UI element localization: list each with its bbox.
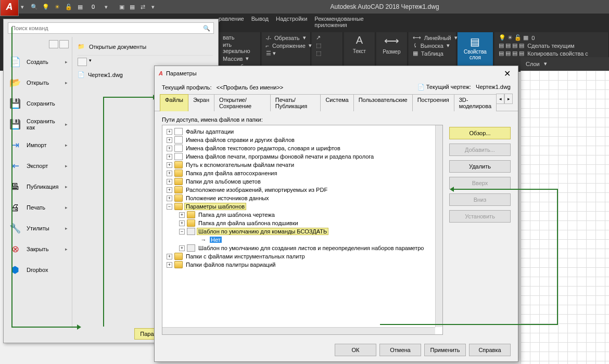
search-icon[interactable]: 🔍 [30, 3, 39, 11]
tree-node[interactable]: +Папки с файлами инструментальных палитр [163, 252, 441, 261]
tab-drafting[interactable]: Построения [412, 94, 454, 111]
tab-scroll-right-icon[interactable]: ▸ [504, 94, 513, 104]
text-label[interactable]: Текст [348, 47, 371, 54]
tab-files[interactable]: Файлы [160, 94, 188, 111]
annotation-line [103, 97, 154, 98]
copy-btn[interactable]: вать [223, 34, 234, 41]
tree-node-none[interactable]: →Нет [163, 236, 441, 244]
command-search[interactable]: 🔍 [8, 22, 214, 34]
tab-system[interactable]: Система [320, 94, 353, 111]
apply-button[interactable]: Применить [424, 344, 466, 356]
chevron-down-icon[interactable]: ▾ [102, 3, 110, 11]
trim-btn[interactable]: Обрезать [274, 35, 300, 41]
drawing-grid[interactable] [521, 71, 609, 364]
title-bar: A ▾ 🔍 💡 ☀ 🔓 ▦ 0 ▾ ▣ ▦ ⇄ ▾ Autodesk AutoC… [0, 0, 609, 14]
delete-button[interactable]: Удалить [449, 160, 511, 173]
appmenu-item-saveas[interactable]: 💾Сохранить как▸ [4, 114, 72, 135]
appmenu-item-utilities[interactable]: 🔧Утилиты▸ [4, 218, 72, 239]
ribbon-tab[interactable]: Рекомендованные приложения [314, 16, 390, 28]
layers-sub-label[interactable]: Слои [526, 61, 540, 67]
recent-large-icon[interactable] [59, 40, 69, 48]
tab-print[interactable]: Печать/Публикация [270, 94, 321, 111]
tab-display[interactable]: Экран [188, 94, 214, 111]
appmenu-item-save[interactable]: 💾Сохранить [4, 93, 72, 114]
search-icon[interactable]: 🔍 [203, 25, 210, 32]
tree-node[interactable]: +Путь к вспомогательным файлам печати [163, 161, 441, 169]
annotation-line [454, 189, 558, 190]
array-btn[interactable]: Массив [223, 56, 243, 62]
print-icon[interactable]: ▦ [76, 3, 84, 11]
tree-node[interactable]: +Папка для файла автосохранения [163, 169, 441, 177]
command-search-input[interactable] [11, 25, 203, 31]
lock-icon[interactable]: 🔓 [65, 3, 73, 11]
bulb-icon[interactable]: 💡 [42, 3, 50, 11]
paths-tree[interactable]: +Файлы адаптации +Имена файлов справки и… [162, 125, 443, 335]
qat-zero[interactable]: 0 [87, 4, 99, 10]
copy-props-btn[interactable]: Копировать свойства с [527, 50, 588, 57]
leader-btn[interactable]: Выноска [421, 43, 443, 49]
qat-dropdown-icon[interactable]: ▾ [149, 3, 157, 11]
mirror-btn[interactable]: ить зеркально [223, 42, 256, 54]
annotation-line [557, 189, 558, 324]
close-icon[interactable]: ✕ [501, 69, 514, 79]
share-icon[interactable]: ⇄ [138, 3, 147, 11]
make-current-btn[interactable]: Сделать текущим [527, 43, 574, 49]
appmenu-item-publish[interactable]: 🖶Публикация▸ [4, 176, 72, 197]
ok-button[interactable]: ОК [335, 344, 376, 356]
tree-node[interactable]: +Положение источников данных [163, 194, 441, 202]
scrollbar-horizontal[interactable] [162, 327, 435, 334]
mi-label: Печать [27, 204, 61, 211]
mi-label: Публикация [27, 184, 61, 190]
linear-btn[interactable]: Линейный [424, 35, 451, 41]
dwg-icon: 📄 [417, 84, 425, 90]
appmenu-dropdown-icon[interactable]: ▾ [19, 0, 26, 14]
down-button: Вниз [449, 193, 511, 206]
layer-zero[interactable]: 0 [531, 35, 535, 41]
ribbon-tab[interactable]: равление [219, 16, 244, 28]
mi-label: Сохранить как [27, 118, 61, 131]
appmenu-item-import[interactable]: ⇥Импорт▸ [4, 135, 72, 155]
tab-opensave[interactable]: Открытие/Сохранение [214, 94, 271, 111]
mi-label: Экспорт [27, 163, 61, 169]
tree-node[interactable]: +Имена файлов печати, программы фоновой … [163, 152, 441, 161]
ribbon-tab[interactable]: Вывод [251, 16, 269, 28]
appmenu-item-dropbox[interactable]: ⬢Dropbox [4, 259, 72, 280]
tree-node[interactable]: +Имена файлов справки и других файлов [163, 136, 441, 144]
tree-node[interactable]: +Имена файлов текстового редактора, слов… [163, 144, 441, 152]
tree-node-templates[interactable]: −Параметры шаблонов [163, 202, 441, 211]
sun-icon[interactable]: ☀ [53, 3, 61, 11]
ribbon-tab[interactable]: Надстройки [276, 16, 307, 28]
scrollbar-vertical[interactable] [435, 125, 442, 327]
annotation-line [103, 97, 104, 327]
tree-node[interactable]: +Папки для альбомов цветов [163, 177, 441, 186]
tab-3d[interactable]: 3D-моделирова [454, 94, 497, 111]
tree-node[interactable]: +Файлы адаптации [163, 127, 441, 136]
appmenu-item-export[interactable]: ⇤Экспорт▸ [4, 155, 72, 176]
view-toggle-icon[interactable] [78, 58, 87, 66]
app-logo[interactable]: A [0, 0, 19, 16]
appmenu-item-open[interactable]: 📂Открыть▸ [4, 72, 72, 93]
tree-node[interactable]: +Папка для файла шаблона подшивки [163, 219, 441, 227]
tree-node[interactable]: +Папка для шаблона чертежа [163, 211, 441, 219]
tab-user[interactable]: Пользовательские [353, 94, 413, 111]
cancel-button[interactable]: Отмена [379, 344, 421, 356]
table-btn[interactable]: Таблица [421, 50, 443, 57]
recent-small-icon[interactable] [49, 40, 58, 48]
fillet-btn[interactable]: Сопряжение [272, 43, 306, 49]
browse-button[interactable]: Обзор... [449, 127, 511, 139]
tree-node[interactable]: +Папки файлов палитры вариаций [163, 261, 441, 269]
set-button: Установить [449, 210, 511, 223]
appmenu-item-new[interactable]: 📄Создать▸ [4, 51, 72, 72]
appmenu-item-close[interactable]: ⊗Закрыть▸ [4, 239, 72, 259]
tab-scroll-left-icon[interactable]: ◂ [496, 94, 504, 104]
dim-label[interactable]: Размер [380, 48, 403, 55]
dialog-tabs: Файлы Экран Открытие/Сохранение Печать/П… [155, 94, 518, 111]
help-button[interactable]: Справка [469, 344, 511, 356]
appmenu-item-print[interactable]: 🖨Печать▸ [4, 197, 72, 218]
tree-node[interactable]: +Расположение изображений, импортируемых… [163, 186, 441, 194]
qat-btn2-icon[interactable]: ▦ [128, 3, 136, 11]
qat-btn1-icon[interactable]: ▣ [118, 3, 126, 11]
annotation-line [11, 327, 78, 328]
tree-node[interactable]: +Шаблон по умолчанию для создания листов… [163, 244, 441, 252]
tree-node-default-template[interactable]: −Шаблон по умолчанию для команды БСОЗДАТ… [163, 227, 441, 236]
